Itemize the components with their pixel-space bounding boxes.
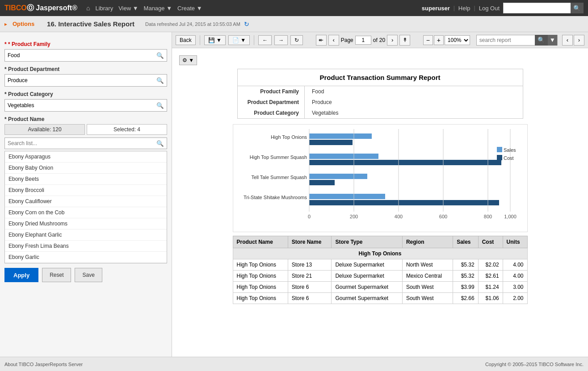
product-dept-key: Product Department (238, 97, 305, 108)
footer-right: Copyright © 2005–2015 TIBCO Software Inc… (485, 362, 584, 367)
search-report-box: 🔍 ▼ (476, 35, 558, 46)
product-category-field: 🔍 (4, 99, 167, 112)
save-button[interactable]: Save (75, 268, 102, 282)
sub-header: ▸ Options 16. Interactive Sales Report D… (0, 16, 588, 32)
product-department-label: * Product Department (4, 66, 167, 72)
svg-text:0: 0 (307, 214, 310, 219)
bar-cost-3 (309, 200, 499, 205)
product-category-input[interactable] (5, 102, 154, 108)
col-store: Store Name (288, 236, 332, 248)
zoom-box: − + 100% 75% 125% 150% (423, 35, 470, 45)
col-sales: Sales (453, 236, 478, 248)
undo-button[interactable]: ← (258, 35, 272, 45)
row-cost: $2.61 (478, 271, 503, 282)
list-item[interactable]: Ebony Dried Mushrooms (5, 218, 167, 229)
search-list-icon[interactable]: 🔍 (154, 140, 167, 147)
row-sales: $2.66 (453, 293, 478, 304)
search-list-input[interactable] (5, 140, 154, 146)
footer-left[interactable]: About TIBCO JasperReports Server (4, 362, 83, 367)
list-item[interactable]: Ebony Asparagus (5, 151, 167, 163)
list-item[interactable]: Ebony Garlic (5, 252, 167, 263)
right-panel: Back 💾 ▼ 📄 ▼ ← → ↻ ↞ ‹ Page of 20 › ↟ (172, 32, 588, 357)
gear-button[interactable]: ⚙ ▼ (179, 55, 197, 65)
options-title[interactable]: Options (13, 21, 34, 27)
nav-library[interactable]: Library (95, 5, 113, 12)
row-cost: $2.02 (478, 259, 503, 271)
gear-area: ⚙ ▼ (179, 55, 581, 65)
product-family-val: Food (305, 86, 523, 97)
svg-text:Tri-State Shitake Mushrooms: Tri-State Shitake Mushrooms (243, 195, 307, 200)
next-page-button[interactable]: › (387, 35, 398, 46)
product-category-search-icon[interactable]: 🔍 (154, 102, 167, 109)
group-header-label: High Top Onions (233, 248, 527, 259)
last-page-button[interactable]: ↟ (399, 35, 410, 46)
reset-report-button[interactable]: ↻ (290, 35, 303, 45)
app-logo: TIBCOⓄ Jaspersoft® (4, 4, 77, 13)
table-row: High Top Onions Store 6 Gourmet Supermar… (233, 293, 527, 304)
list-item[interactable]: Ebony Beets (5, 174, 167, 185)
page-label: Page (341, 37, 353, 43)
prev-page-button[interactable]: ‹ (328, 35, 339, 46)
list-item[interactable]: Ebony Broccoli (5, 185, 167, 196)
global-search-input[interactable] (504, 5, 571, 11)
home-icon[interactable]: ⌂ (86, 4, 90, 12)
search-next-button[interactable]: › (574, 35, 584, 46)
row-product: High Top Onions (233, 271, 288, 282)
search-report-input[interactable] (477, 37, 535, 43)
row-region: Mexico Central (402, 271, 453, 282)
table-row: High Top Onions Store 21 Deluxe Supermar… (233, 271, 527, 282)
bar-cost-0 (309, 140, 353, 145)
row-store-type: Deluxe Supermarket (332, 271, 402, 282)
product-family-search-icon[interactable]: 🔍 (154, 52, 167, 59)
page-total: 20 (379, 37, 385, 43)
row-product: High Top Onions (233, 259, 288, 271)
page-input[interactable] (355, 36, 371, 45)
col-product: Product Name (233, 236, 288, 248)
list-item[interactable]: Ebony Elephant Garlic (5, 229, 167, 241)
zoom-select[interactable]: 100% 75% 125% 150% (445, 35, 470, 45)
row-region: South West (402, 282, 453, 293)
first-page-button[interactable]: ↞ (316, 35, 327, 46)
search-report-options-button[interactable]: ▼ (548, 35, 557, 46)
col-units: Units (503, 236, 527, 248)
list-item[interactable]: Ebony Corn on the Cob (5, 207, 167, 218)
help-link[interactable]: Help (458, 5, 470, 12)
refresh-icon[interactable]: ↻ (244, 21, 249, 28)
report-toolbar: Back 💾 ▼ 📄 ▼ ← → ↻ ↞ ‹ Page of 20 › ↟ (172, 32, 588, 48)
table-row: High Top Onions Store 6 Gourmet Supermar… (233, 282, 527, 293)
redo-button[interactable]: → (274, 35, 288, 45)
col-store-type: Store Type (332, 236, 402, 248)
col-cost: Cost (478, 236, 503, 248)
global-search-button[interactable]: 🔍 (571, 3, 584, 13)
list-item[interactable]: Ebony Cauliflower (5, 196, 167, 207)
zoom-in-button[interactable]: + (434, 35, 444, 45)
global-search-box: 🔍 (503, 3, 584, 13)
product-department-search-icon[interactable]: 🔍 (154, 77, 167, 84)
reset-button[interactable]: Reset (42, 268, 71, 282)
nav-view[interactable]: View ▼ (118, 5, 138, 12)
product-dept-val: Produce (305, 97, 523, 108)
list-item[interactable]: Ebony Fresh Lima Beans (5, 241, 167, 252)
available-count: Available: 120 (4, 124, 85, 135)
apply-button[interactable]: Apply (4, 268, 38, 282)
svg-text:Tell Tale Summer Squash: Tell Tale Summer Squash (251, 175, 307, 180)
nav-manage[interactable]: Manage ▼ (144, 5, 172, 12)
save-report-button[interactable]: 💾 ▼ (204, 35, 226, 45)
bar-sales-0 (309, 133, 372, 139)
back-button[interactable]: Back (176, 35, 196, 45)
logout-link[interactable]: Log Out (479, 5, 500, 12)
product-cat-key: Product Category (238, 108, 305, 118)
data-table: Product Name Store Name Store Type Regio… (233, 236, 528, 304)
list-item[interactable]: Ebony Baby Onion (5, 163, 167, 174)
nav-create[interactable]: Create ▼ (177, 5, 202, 12)
zoom-out-button[interactable]: − (423, 35, 433, 45)
username: superuser (422, 5, 450, 12)
search-report-button[interactable]: 🔍 (535, 35, 548, 46)
product-department-input[interactable] (5, 77, 154, 83)
export-button[interactable]: 📄 ▼ (228, 35, 250, 45)
product-family-input[interactable] (5, 52, 154, 58)
search-prev-button[interactable]: ‹ (562, 35, 573, 46)
legend-cost-icon (497, 155, 502, 160)
row-product: High Top Onions (233, 282, 288, 293)
row-sales: $5.32 (453, 259, 478, 271)
